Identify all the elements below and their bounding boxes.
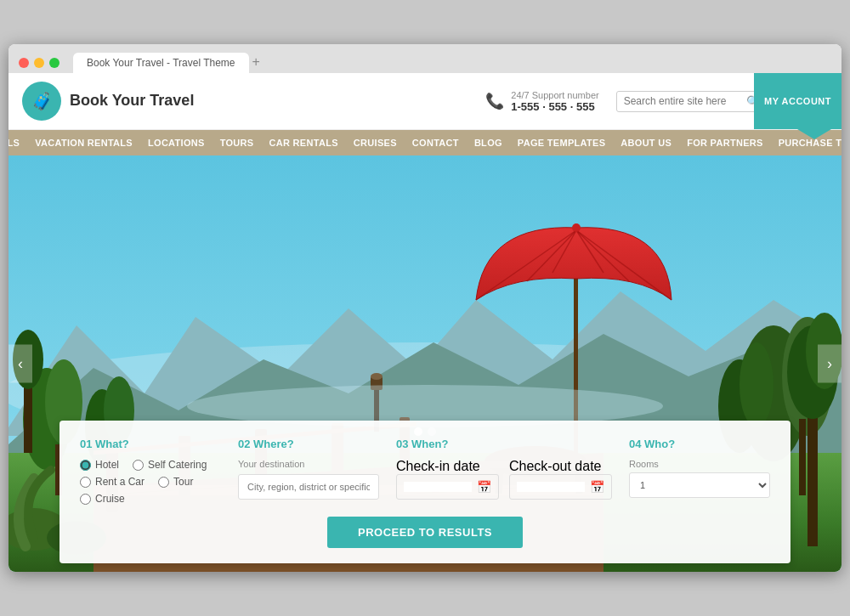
search-form-grid: 01 What? Hotel Self Catering [80,438,770,505]
checkout-input-wrap: 📅 [509,474,612,500]
section-who-title: 04 Who? [629,438,770,450]
section-where-title: 02 Where? [238,438,379,450]
nav-item-about-us[interactable]: ABOUT US [613,130,679,155]
section-what-title: 01 What? [80,438,221,450]
checkout-input[interactable] [517,482,585,492]
option-tour-label: Tour [173,476,193,488]
search-form: 01 What? Hotel Self Catering [60,421,790,563]
checkout-label: Check-out date [509,459,602,473]
destination-label: Your destination [238,459,379,469]
nav-item-locations[interactable]: LOCATIONS [140,130,212,155]
logo-area: 🧳 Book Your Travel [22,82,425,121]
svg-rect-15 [799,419,806,495]
radio-row-2: Rent a Car Tour [80,476,221,488]
option-cruise-label: Cruise [95,493,125,505]
nav-item-for-partners[interactable]: FOR PARTNERS [679,130,771,155]
browser-tab[interactable]: Book Your Travel - Travel Theme [73,53,249,73]
browser-tabs: Book Your Travel - Travel Theme + [73,53,831,73]
date-fields: Check-in date 📅 Check-out date [396,459,612,500]
support-label: 24/7 Support number [511,90,598,100]
checkin-input-wrap: 📅 [396,474,499,500]
account-arrow [797,129,831,139]
checkout-calendar-icon[interactable]: 📅 [590,480,604,494]
minimize-dot[interactable] [34,58,44,68]
option-self-catering[interactable]: Self Catering [133,459,207,471]
option-cruise[interactable]: Cruise [80,493,125,505]
rooms-select[interactable]: 1 2 3 4 [629,472,770,498]
hero-section: ‹ › 01 What? [8,155,842,572]
nav-item-car-rentals[interactable]: CAR RENTALS [261,130,345,155]
site-nav: HOTELS VACATION RENTALS LOCATIONS TOURS … [8,130,842,155]
my-account-label: MY ACCOUNT [764,96,831,106]
my-account-button[interactable]: MY ACCOUNT [754,73,842,129]
svg-point-32 [371,373,382,380]
checkin-calendar-icon[interactable]: 📅 [477,480,491,494]
checkin-field: Check-in date 📅 [396,459,499,500]
browser-dots [19,58,60,68]
proceed-button[interactable]: PROCEED TO RESULTS [327,517,523,548]
nav-item-contact[interactable]: CONTACT [405,130,467,155]
what-options: Hotel Self Catering Rent a C [80,459,221,505]
logo-icon: 🧳 [22,82,61,121]
new-tab-button[interactable]: + [252,54,260,73]
my-account-inner: MY ACCOUNT [764,96,831,106]
checkout-field: Check-out date 📅 [509,459,612,500]
rooms-label: Rooms [629,459,770,469]
nav-item-vacation-rentals[interactable]: VACATION RENTALS [27,130,140,155]
site-wrapper: 🧳 Book Your Travel 📞 24/7 Support number… [8,73,842,572]
hero-prev-button[interactable]: ‹ [8,345,32,383]
radio-row-1: Hotel Self Catering [80,459,221,471]
phone-icon: 📞 [485,92,504,110]
option-rent-car[interactable]: Rent a Car [80,476,144,488]
radio-row-3: Cruise [80,493,221,505]
svg-point-17 [740,342,774,427]
phone-info: 24/7 Support number 1-555 · 555 · 555 [511,90,598,113]
checkin-label: Check-in date [396,459,480,473]
form-section-where: 02 Where? Your destination [238,438,379,505]
browser-window: Book Your Travel - Travel Theme + 🧳 Book… [8,44,842,572]
form-section-when: 03 When? Check-in date 📅 Check-out dat [396,438,612,505]
logo-text: Book Your Travel [70,92,194,110]
close-dot[interactable] [19,58,29,68]
search-input[interactable] [624,95,743,107]
browser-chrome: Book Your Travel - Travel Theme + [8,44,842,73]
maximize-dot[interactable] [49,58,60,68]
nav-item-tours[interactable]: TOURS [212,130,262,155]
option-tour[interactable]: Tour [158,476,193,488]
nav-item-cruises[interactable]: CRUISES [346,130,405,155]
search-form-footer: PROCEED TO RESULTS [80,517,770,548]
search-box: 🔍 [616,91,768,112]
nav-item-blog[interactable]: BLOG [467,130,510,155]
option-hotel-label: Hotel [95,459,119,471]
checkin-input[interactable] [404,482,472,492]
destination-input[interactable] [238,474,379,500]
nav-item-hotels[interactable]: HOTELS [8,130,27,155]
site-header: 🧳 Book Your Travel 📞 24/7 Support number… [8,73,842,130]
rooms-section: Rooms 1 2 3 4 [629,459,770,498]
svg-point-44 [572,223,581,232]
nav-item-page-templates[interactable]: PAGE TEMPLATES [510,130,613,155]
section-when-title: 03 When? [396,438,612,450]
form-section-what: 01 What? Hotel Self Catering [80,438,221,505]
form-section-who: 04 Who? Rooms 1 2 3 4 [629,438,770,505]
option-rent-car-label: Rent a Car [95,476,144,488]
phone-number: 1-555 · 555 · 555 [511,100,598,113]
option-hotel[interactable]: Hotel [80,459,119,471]
option-self-catering-label: Self Catering [148,459,207,471]
hero-next-button[interactable]: › [818,345,842,383]
